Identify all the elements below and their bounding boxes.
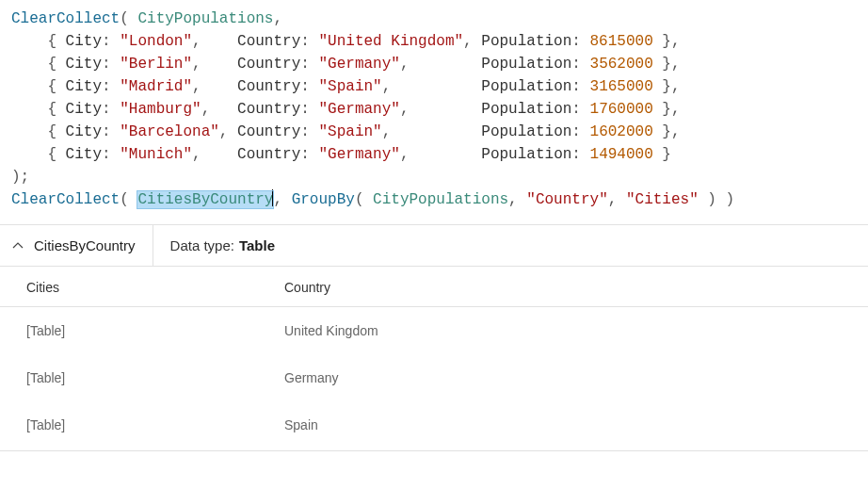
table-row[interactable]: [Table] United Kingdom xyxy=(0,307,868,354)
column-header-country[interactable]: Country xyxy=(258,267,522,306)
result-collapse-toggle[interactable]: CitiesByCountry xyxy=(0,225,153,266)
result-variable-name: CitiesByCountry xyxy=(34,237,136,253)
column-header-cities[interactable]: Cities xyxy=(0,267,258,306)
function-call: ClearCollect xyxy=(11,10,120,27)
table-row[interactable]: [Table] Germany xyxy=(0,354,868,401)
cell-cities[interactable]: [Table] xyxy=(0,323,258,338)
function-call: ClearCollect xyxy=(11,191,120,208)
function-call: GroupBy xyxy=(292,191,355,208)
cell-country: United Kingdom xyxy=(258,323,522,338)
chevron-up-icon xyxy=(11,239,24,253)
formula-editor[interactable]: ClearCollect( CityPopulations, { City: "… xyxy=(0,0,868,225)
identifier: CityPopulations xyxy=(137,10,273,27)
cell-country: Spain xyxy=(258,417,522,432)
result-type-section: Data type: Table xyxy=(153,225,275,266)
cell-cities[interactable]: [Table] xyxy=(0,370,258,385)
cell-cities[interactable]: [Table] xyxy=(0,417,258,432)
cell-country: Germany xyxy=(258,370,522,385)
table-footer-divider xyxy=(0,450,868,451)
table-row[interactable]: [Table] Spain xyxy=(0,401,868,448)
result-table: Cities Country [Table] United Kingdom [T… xyxy=(0,267,868,451)
table-header-row: Cities Country xyxy=(0,267,868,307)
data-type-label: Data type: xyxy=(170,237,234,253)
selected-identifier: CitiesByCountry xyxy=(137,191,273,208)
data-type-value: Table xyxy=(239,237,275,253)
result-info-bar: CitiesByCountry Data type: Table xyxy=(0,225,868,267)
